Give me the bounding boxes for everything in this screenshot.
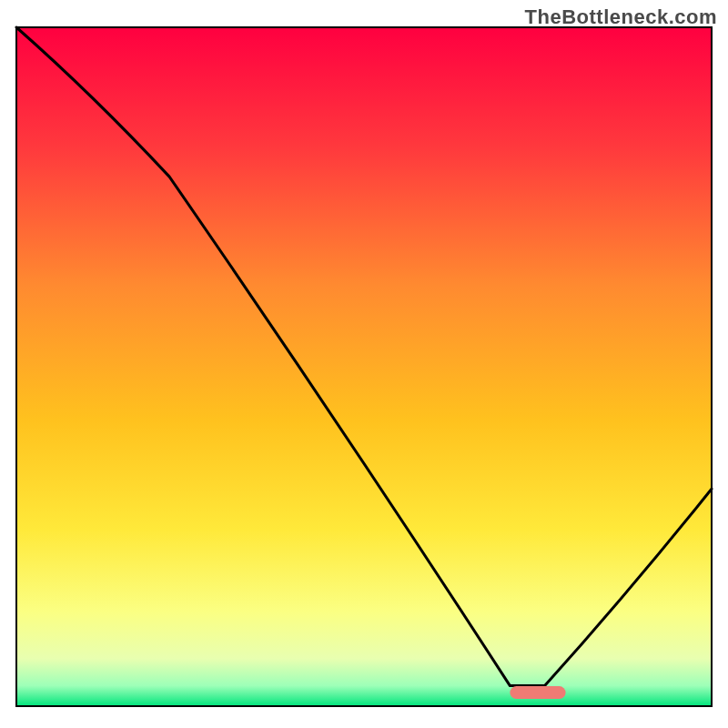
- bottleneck-curve-chart: [0, 0, 728, 728]
- chart-container: TheBottleneck.com: [0, 0, 728, 728]
- watermark-text: TheBottleneck.com: [525, 5, 717, 29]
- optimal-zone-marker: [510, 686, 565, 699]
- plot-background-gradient: [16, 27, 712, 706]
